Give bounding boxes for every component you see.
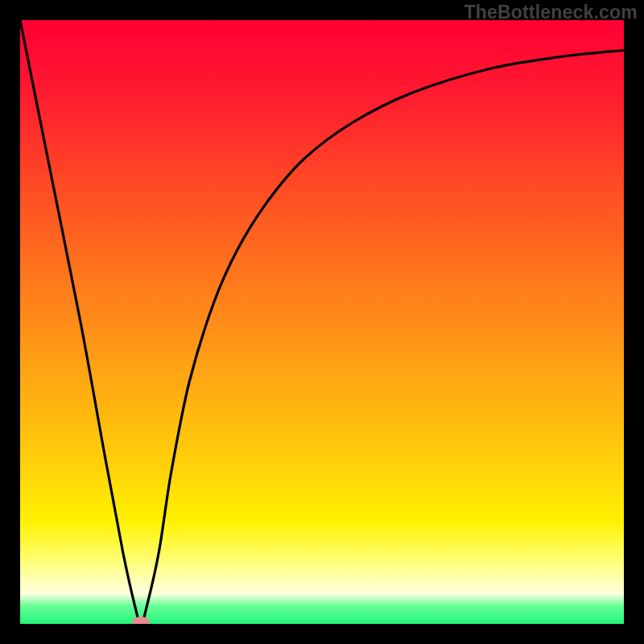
frame-bottom: [0, 624, 644, 644]
watermark-text: TheBottleneck.com: [464, 2, 638, 23]
bottleneck-curve: [20, 20, 624, 624]
plot-area: [20, 20, 624, 624]
chart-container: TheBottleneck.com: [0, 0, 644, 644]
frame-left: [0, 0, 20, 644]
frame-right: [624, 0, 644, 644]
